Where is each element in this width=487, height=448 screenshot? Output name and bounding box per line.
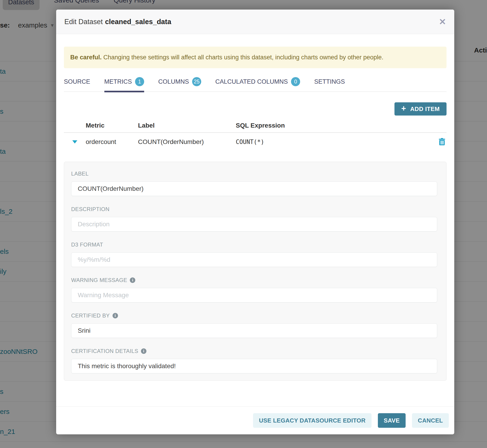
field-description: DESCRIPTION <box>71 206 437 232</box>
modal-footer: USE LEGACY DATASOURCE EDITOR SAVE CANCEL <box>56 406 454 434</box>
tab-calculated-columns-badge: 0 <box>291 77 300 86</box>
info-icon: i <box>130 277 135 283</box>
tab-source-label: SOURCE <box>64 78 90 85</box>
tab-columns-badge: 25 <box>192 77 201 86</box>
tab-calculated-columns-label: CALCULATED COLUMNS <box>215 78 288 85</box>
field-certification-details-title-text: CERTIFICATION DETAILS <box>71 348 138 354</box>
modal-title-dataset-name: cleaned_sales_data <box>105 18 171 26</box>
metric-row: ordercount COUNT(OrderNumber) COUNT(*) <box>64 133 447 151</box>
field-certification-details: CERTIFICATION DETAILS i <box>71 348 437 373</box>
modal-title-prefix: Edit Dataset <box>64 18 103 26</box>
tab-calculated-columns[interactable]: CALCULATED COLUMNS 0 <box>215 75 300 91</box>
field-d3-format-title-text: D3 FORMAT <box>71 241 103 248</box>
tab-metrics-label: METRICS <box>104 78 132 85</box>
field-certified-by-title: CERTIFIED BY i <box>71 312 437 319</box>
warning-message-input[interactable] <box>71 288 437 303</box>
metrics-header-metric: Metric <box>86 122 138 129</box>
dataset-editor-tabs: SOURCE METRICS 1 COLUMNS 25 CALCULATED C… <box>64 75 447 92</box>
info-icon: i <box>141 348 146 354</box>
warning-banner-rest: Changing these settings will affect all … <box>102 54 383 61</box>
metrics-header-sql: SQL Expression <box>236 122 438 129</box>
tab-columns[interactable]: COLUMNS 25 <box>158 75 201 91</box>
modal-body: Be careful. Changing these settings will… <box>56 34 454 406</box>
tab-settings[interactable]: SETTINGS <box>314 75 345 91</box>
description-input[interactable] <box>71 217 437 232</box>
metric-label: COUNT(OrderNumber) <box>138 138 236 145</box>
info-icon: i <box>112 313 118 318</box>
tab-source[interactable]: SOURCE <box>64 75 90 91</box>
warning-banner: Be careful. Changing these settings will… <box>64 47 447 68</box>
expand-collapse-caret[interactable] <box>64 140 86 144</box>
metrics-table-header: Metric Label SQL Expression <box>64 120 447 133</box>
plus-icon: + <box>401 104 406 113</box>
metric-detail-panel: LABEL DESCRIPTION D3 FORMAT <box>64 162 447 381</box>
field-description-title-text: DESCRIPTION <box>71 206 109 212</box>
screen: Datasets Saved Queries Query History se:… <box>0 0 487 448</box>
tab-metrics-badge: 1 <box>135 77 144 86</box>
cancel-button[interactable]: CANCEL <box>412 413 449 428</box>
metrics-header-label: Label <box>138 122 236 129</box>
field-label: LABEL <box>71 171 437 196</box>
metric-sql-expression: COUNT(*) <box>236 138 438 145</box>
trash-icon <box>439 138 445 146</box>
field-label-title-text: LABEL <box>71 171 89 177</box>
tab-metrics[interactable]: METRICS 1 <box>104 75 144 91</box>
field-d3-format: D3 FORMAT <box>71 241 437 267</box>
add-item-button[interactable]: + ADD ITEM <box>394 102 447 116</box>
save-button[interactable]: SAVE <box>378 413 406 428</box>
field-warning-message-title: WARNING MESSAGE i <box>71 277 437 283</box>
tab-columns-label: COLUMNS <box>158 78 189 85</box>
field-d3-format-title: D3 FORMAT <box>71 241 437 248</box>
field-description-title: DESCRIPTION <box>71 206 437 212</box>
certified-by-input[interactable] <box>71 323 437 338</box>
use-legacy-datasource-editor-button[interactable]: USE LEGACY DATASOURCE EDITOR <box>253 413 372 428</box>
certification-details-input[interactable] <box>71 359 437 373</box>
field-certification-details-title: CERTIFICATION DETAILS i <box>71 348 437 354</box>
field-certified-by-title-text: CERTIFIED BY <box>71 312 110 319</box>
field-certified-by: CERTIFIED BY i <box>71 312 437 338</box>
add-item-label: ADD ITEM <box>410 105 440 112</box>
label-input[interactable] <box>71 182 437 196</box>
field-label-title: LABEL <box>71 171 437 177</box>
d3-format-input[interactable] <box>71 252 437 267</box>
modal-header: Edit Datasetcleaned_sales_data ✕ <box>56 9 454 34</box>
field-warning-message: WARNING MESSAGE i <box>71 277 437 303</box>
field-warning-message-title-text: WARNING MESSAGE <box>71 277 127 283</box>
metric-name: ordercount <box>86 138 138 145</box>
metrics-toolbar: + ADD ITEM <box>64 102 447 116</box>
close-icon[interactable]: ✕ <box>439 17 446 26</box>
edit-dataset-modal: Edit Datasetcleaned_sales_data ✕ Be care… <box>56 9 454 434</box>
warning-banner-bold: Be careful. <box>70 54 102 61</box>
delete-metric-button[interactable] <box>438 138 447 146</box>
warning-banner-text: Be careful. Changing these settings will… <box>70 54 383 61</box>
caret-down-icon <box>72 140 77 144</box>
modal-title: Edit Datasetcleaned_sales_data <box>64 18 171 26</box>
tab-settings-label: SETTINGS <box>314 78 345 85</box>
